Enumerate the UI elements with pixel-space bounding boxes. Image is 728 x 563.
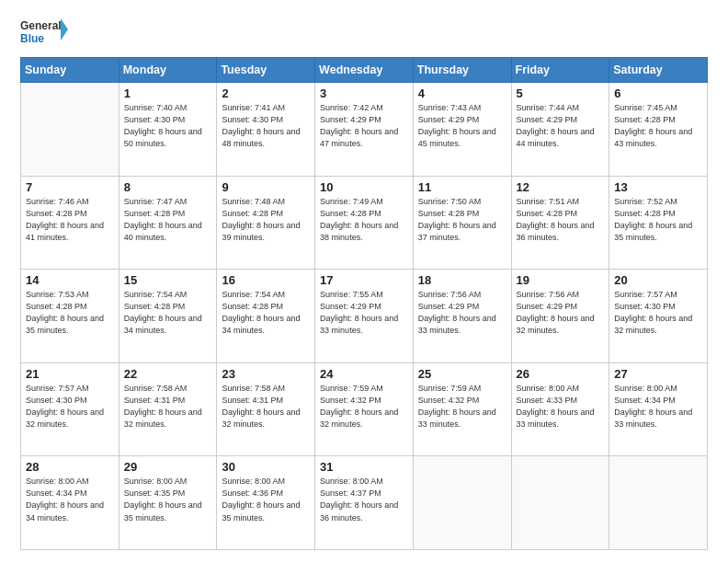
cell-info: Sunrise: 7:44 AM Sunset: 4:29 PM Dayligh… [517,102,605,150]
calendar-week-row: 7Sunrise: 7:46 AM Sunset: 4:28 PM Daylig… [21,176,708,270]
calendar-table: SundayMondayTuesdayWednesdayThursdayFrid… [20,57,708,550]
day-header: Monday [119,58,217,83]
day-number: 4 [418,86,506,100]
day-number: 23 [222,367,310,381]
cell-info: Sunrise: 8:00 AM Sunset: 4:36 PM Dayligh… [222,476,310,523]
calendar-cell: 16Sunrise: 7:54 AM Sunset: 4:28 PM Dayli… [217,270,315,363]
cell-info: Sunrise: 7:58 AM Sunset: 4:31 PM Dayligh… [222,383,310,431]
calendar-cell: 22Sunrise: 7:58 AM Sunset: 4:31 PM Dayli… [119,362,217,456]
day-number: 5 [517,86,605,100]
calendar-cell: 8Sunrise: 7:47 AM Sunset: 4:28 PM Daylig… [119,176,217,270]
cell-info: Sunrise: 7:48 AM Sunset: 4:28 PM Dayligh… [222,196,310,244]
day-number: 22 [124,367,212,381]
day-number: 27 [614,367,702,381]
cell-info: Sunrise: 8:00 AM Sunset: 4:33 PM Dayligh… [517,383,605,431]
cell-info: Sunrise: 8:00 AM Sunset: 4:35 PM Dayligh… [124,476,212,523]
cell-info: Sunrise: 7:52 AM Sunset: 4:28 PM Dayligh… [614,196,702,244]
calendar-cell: 13Sunrise: 7:52 AM Sunset: 4:28 PM Dayli… [609,176,708,270]
day-number: 2 [222,86,310,100]
calendar-cell: 14Sunrise: 7:53 AM Sunset: 4:28 PM Dayli… [21,270,119,363]
day-number: 21 [26,367,114,381]
cell-info: Sunrise: 8:00 AM Sunset: 4:37 PM Dayligh… [320,476,408,523]
day-number: 14 [26,273,114,287]
cell-info: Sunrise: 7:42 AM Sunset: 4:29 PM Dayligh… [320,102,408,150]
day-number: 15 [124,273,212,287]
day-number: 1 [124,86,212,100]
cell-info: Sunrise: 7:54 AM Sunset: 4:28 PM Dayligh… [222,289,310,337]
calendar-cell: 30Sunrise: 8:00 AM Sunset: 4:36 PM Dayli… [217,456,315,550]
calendar-cell: 12Sunrise: 7:51 AM Sunset: 4:28 PM Dayli… [511,176,609,270]
header: General Blue [20,17,708,50]
calendar-cell: 4Sunrise: 7:43 AM Sunset: 4:29 PM Daylig… [413,83,511,177]
cell-info: Sunrise: 7:41 AM Sunset: 4:30 PM Dayligh… [222,102,310,150]
calendar-cell: 11Sunrise: 7:50 AM Sunset: 4:28 PM Dayli… [413,176,511,270]
cell-info: Sunrise: 7:56 AM Sunset: 4:29 PM Dayligh… [418,289,506,337]
cell-info: Sunrise: 7:50 AM Sunset: 4:28 PM Dayligh… [418,196,506,244]
calendar-cell: 25Sunrise: 7:59 AM Sunset: 4:32 PM Dayli… [413,362,511,456]
calendar-week-row: 14Sunrise: 7:53 AM Sunset: 4:28 PM Dayli… [21,270,708,363]
calendar-cell: 28Sunrise: 8:00 AM Sunset: 4:34 PM Dayli… [21,456,119,550]
day-header: Friday [511,58,609,83]
cell-info: Sunrise: 7:59 AM Sunset: 4:32 PM Dayligh… [418,383,506,431]
day-number: 12 [517,180,605,194]
calendar-cell: 6Sunrise: 7:45 AM Sunset: 4:28 PM Daylig… [609,83,708,177]
svg-text:Blue: Blue [20,32,44,45]
cell-info: Sunrise: 7:47 AM Sunset: 4:28 PM Dayligh… [124,196,212,244]
day-number: 20 [614,273,702,287]
calendar-cell: 19Sunrise: 7:56 AM Sunset: 4:29 PM Dayli… [511,270,609,363]
calendar-cell: 21Sunrise: 7:57 AM Sunset: 4:30 PM Dayli… [21,362,119,456]
cell-info: Sunrise: 7:55 AM Sunset: 4:29 PM Dayligh… [320,289,408,337]
cell-info: Sunrise: 7:57 AM Sunset: 4:30 PM Dayligh… [26,383,114,431]
day-number: 24 [320,367,408,381]
day-number: 7 [26,180,114,194]
cell-info: Sunrise: 7:45 AM Sunset: 4:28 PM Dayligh… [614,102,702,150]
day-number: 3 [320,86,408,100]
day-header: Wednesday [315,58,414,83]
day-number: 16 [222,273,310,287]
cell-info: Sunrise: 7:46 AM Sunset: 4:28 PM Dayligh… [26,196,114,244]
calendar-cell: 15Sunrise: 7:54 AM Sunset: 4:28 PM Dayli… [119,270,217,363]
page: General Blue SundayMondayTuesdayWednesda… [0,0,728,563]
day-number: 10 [320,180,408,194]
day-number: 8 [124,180,212,194]
calendar-cell: 3Sunrise: 7:42 AM Sunset: 4:29 PM Daylig… [315,83,414,177]
calendar-week-row: 28Sunrise: 8:00 AM Sunset: 4:34 PM Dayli… [21,456,708,550]
calendar-week-row: 21Sunrise: 7:57 AM Sunset: 4:30 PM Dayli… [21,362,708,456]
day-number: 31 [320,460,408,474]
cell-info: Sunrise: 8:00 AM Sunset: 4:34 PM Dayligh… [614,383,702,431]
calendar-cell: 17Sunrise: 7:55 AM Sunset: 4:29 PM Dayli… [315,270,414,363]
day-number: 9 [222,180,310,194]
calendar-cell: 23Sunrise: 7:58 AM Sunset: 4:31 PM Dayli… [217,362,315,456]
day-header: Tuesday [217,58,315,83]
calendar-cell: 2Sunrise: 7:41 AM Sunset: 4:30 PM Daylig… [217,83,315,177]
logo-svg: General Blue [20,17,68,50]
cell-info: Sunrise: 7:57 AM Sunset: 4:30 PM Dayligh… [614,289,702,337]
calendar-cell: 29Sunrise: 8:00 AM Sunset: 4:35 PM Dayli… [119,456,217,550]
calendar-cell: 10Sunrise: 7:49 AM Sunset: 4:28 PM Dayli… [315,176,414,270]
calendar-cell: 18Sunrise: 7:56 AM Sunset: 4:29 PM Dayli… [413,270,511,363]
calendar-cell: 7Sunrise: 7:46 AM Sunset: 4:28 PM Daylig… [21,176,119,270]
calendar-cell: 20Sunrise: 7:57 AM Sunset: 4:30 PM Dayli… [609,270,708,363]
day-header: Saturday [609,58,708,83]
day-number: 29 [124,460,212,474]
day-number: 18 [418,273,506,287]
calendar-cell: 27Sunrise: 8:00 AM Sunset: 4:34 PM Dayli… [609,362,708,456]
cell-info: Sunrise: 7:49 AM Sunset: 4:28 PM Dayligh… [320,196,408,244]
day-number: 17 [320,273,408,287]
cell-info: Sunrise: 7:43 AM Sunset: 4:29 PM Dayligh… [418,102,506,150]
cell-info: Sunrise: 7:54 AM Sunset: 4:28 PM Dayligh… [124,289,212,337]
calendar-cell: 1Sunrise: 7:40 AM Sunset: 4:30 PM Daylig… [119,83,217,177]
day-number: 26 [517,367,605,381]
cell-info: Sunrise: 7:51 AM Sunset: 4:28 PM Dayligh… [517,196,605,244]
day-header: Sunday [21,58,119,83]
calendar-cell [609,456,708,550]
calendar-week-row: 1Sunrise: 7:40 AM Sunset: 4:30 PM Daylig… [21,83,708,177]
logo: General Blue [20,17,68,50]
day-header: Thursday [413,58,511,83]
cell-info: Sunrise: 8:00 AM Sunset: 4:34 PM Dayligh… [26,476,114,523]
day-number: 11 [418,180,506,194]
calendar-header-row: SundayMondayTuesdayWednesdayThursdayFrid… [21,58,708,83]
svg-marker-2 [61,18,68,40]
cell-info: Sunrise: 7:58 AM Sunset: 4:31 PM Dayligh… [124,383,212,431]
day-number: 28 [26,460,114,474]
